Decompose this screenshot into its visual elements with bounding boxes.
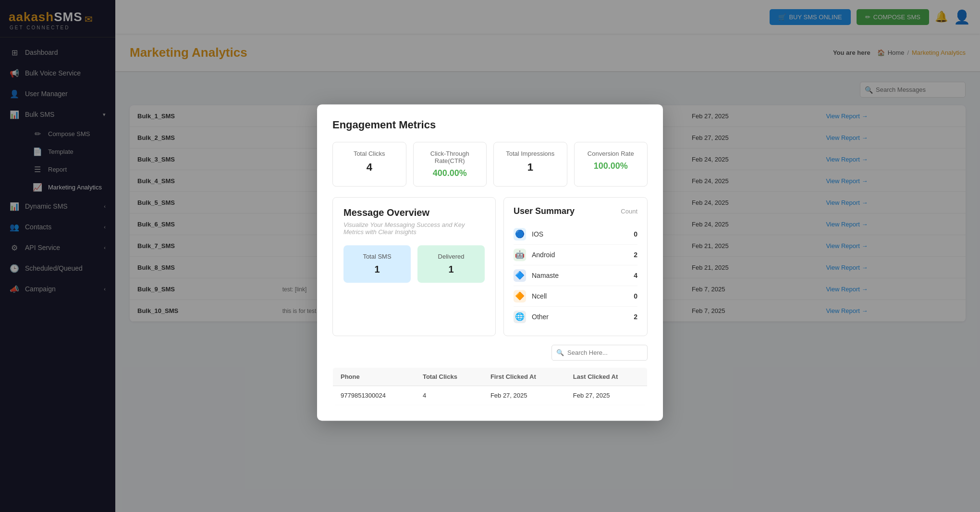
metric-cards: Total Clicks 4 Click-Through Rate(CTR) 4…: [332, 142, 648, 187]
phone-cell: 9779851300024: [333, 386, 415, 405]
user-summary-title: User Summary: [514, 206, 575, 216]
metric-value: 4: [342, 161, 397, 174]
user-platform-row: 🤖 Android 2: [514, 245, 637, 265]
msg-overview-title: Message Overview: [343, 207, 485, 218]
user-platform-row: 🔶 Ncell 0: [514, 286, 637, 307]
user-platform-row: 🌐 Other 2: [514, 307, 637, 327]
metric-value: 1: [502, 161, 558, 174]
engagement-metrics-modal: Engagement Metrics Total Clicks 4 Click-…: [317, 104, 663, 421]
metric-label: Click-Through Rate(CTR): [422, 150, 478, 164]
platform-icon: 🤖: [514, 249, 526, 261]
metric-card-ctr: Click-Through Rate(CTR) 400.00%: [413, 142, 487, 187]
total-sms-value: 1: [349, 264, 405, 275]
platform-icon: 🔵: [514, 228, 526, 240]
total-sms-card: Total SMS 1: [343, 245, 411, 283]
user-summary-box: User Summary Count 🔵 IOS 0 🤖 Android 2 🔷…: [503, 197, 648, 336]
message-overview-box: Message Overview Visualize Your Messagin…: [332, 197, 496, 336]
user-summary-header: User Summary Count: [514, 206, 637, 216]
delivered-card: Delivered 1: [417, 245, 485, 283]
msg-stats: Total SMS 1 Delivered 1: [343, 245, 485, 283]
platform-name: Ncell: [532, 292, 634, 300]
metric-label: Conversion Rate: [583, 150, 639, 157]
platform-count: 0: [634, 230, 637, 238]
platform-count: 0: [634, 292, 637, 300]
platform-name: Other: [532, 313, 634, 321]
platform-name: Namaste: [532, 272, 634, 279]
metric-label: Total Clicks: [342, 150, 397, 157]
col-total-clicks: Total Clicks: [415, 367, 483, 386]
col-last-clicked: Last Clicked At: [565, 367, 648, 386]
modal-title: Engagement Metrics: [332, 119, 648, 131]
metric-value: 100.00%: [583, 161, 639, 171]
user-platform-rows: 🔵 IOS 0 🤖 Android 2 🔷 Namaste 4 🔶 Ncell …: [514, 224, 637, 327]
count-label: Count: [621, 208, 637, 215]
user-platform-row: 🔷 Namaste 4: [514, 265, 637, 286]
metric-card-total-clicks: Total Clicks 4: [332, 142, 406, 187]
platform-icon: 🔷: [514, 269, 526, 282]
platform-icon: 🔶: [514, 290, 526, 302]
two-col-section: Message Overview Visualize Your Messagin…: [332, 197, 648, 336]
col-phone: Phone: [333, 367, 415, 386]
total-sms-label: Total SMS: [349, 253, 405, 260]
metric-card-conversion: Conversion Rate 100.00%: [574, 142, 648, 187]
user-platform-row: 🔵 IOS 0: [514, 224, 637, 245]
delivered-value: 1: [423, 264, 479, 275]
modal-search-input[interactable]: [551, 345, 648, 361]
platform-name: Android: [532, 251, 634, 259]
platform-name: IOS: [532, 230, 634, 238]
msg-overview-subtitle: Visualize Your Messaging Success and Key…: [343, 221, 485, 236]
platform-count: 2: [634, 313, 637, 321]
metric-label: Total Impressions: [502, 150, 558, 157]
clicks-cell: 4: [415, 386, 483, 405]
search-icon: 🔍: [556, 349, 564, 356]
platform-count: 4: [634, 272, 637, 279]
first-click-cell: Feb 27, 2025: [483, 386, 565, 405]
modal-detail-table: Phone Total Clicks First Clicked At Last…: [332, 367, 648, 405]
metric-card-impressions: Total Impressions 1: [493, 142, 567, 187]
platform-count: 2: [634, 251, 637, 259]
col-first-clicked: First Clicked At: [483, 367, 565, 386]
delivered-label: Delivered: [423, 253, 479, 260]
last-click-cell: Feb 27, 2025: [565, 386, 648, 405]
modal-table-row: 9779851300024 4 Feb 27, 2025 Feb 27, 202…: [333, 386, 648, 405]
modal-search-wrap: 🔍: [551, 345, 648, 361]
table-header-row: Phone Total Clicks First Clicked At Last…: [333, 367, 648, 386]
platform-icon: 🌐: [514, 311, 526, 323]
modal-search-area: 🔍: [332, 345, 648, 361]
metric-value: 400.00%: [422, 168, 478, 178]
